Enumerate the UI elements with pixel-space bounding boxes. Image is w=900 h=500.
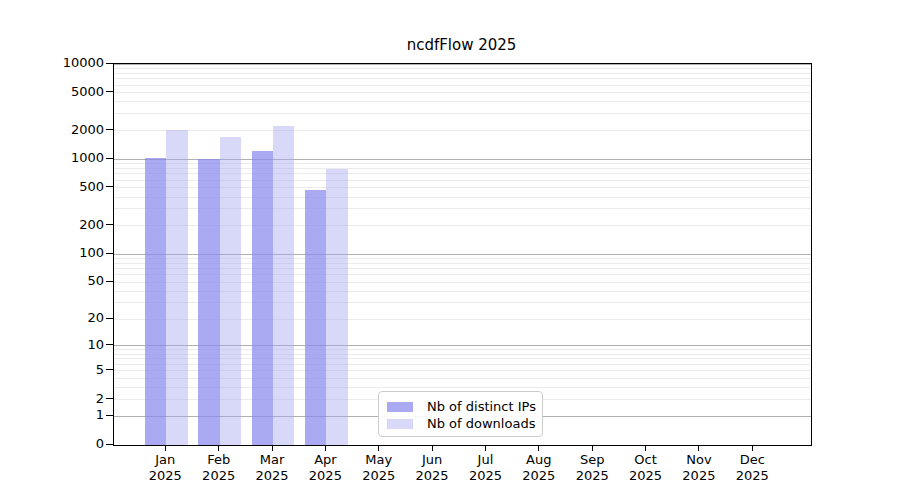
- legend: Nb of distinct IPs Nb of downloads: [378, 391, 543, 437]
- x-tick-mark: [645, 445, 646, 451]
- x-tick-mark: [485, 445, 486, 451]
- gridline-minor: [114, 68, 811, 69]
- y-tick-label: 5000: [18, 84, 104, 100]
- y-tick-mark: [106, 281, 113, 282]
- y-tick-label: 100: [18, 245, 104, 261]
- y-tick-label: 1: [18, 407, 104, 423]
- gridline-minor: [114, 113, 811, 114]
- y-tick-label: 2: [18, 391, 104, 407]
- y-tick-mark: [106, 398, 113, 399]
- plot-area: [113, 63, 812, 446]
- legend-swatch-distinct-ips: [387, 402, 413, 412]
- x-tick-mark: [432, 445, 433, 451]
- y-tick-label: 2000: [18, 122, 104, 138]
- gridline-minor: [114, 130, 811, 131]
- y-tick-mark: [106, 415, 113, 416]
- y-tick-mark: [106, 224, 113, 225]
- bar-jan-distinct-ips: [145, 158, 166, 445]
- bar-apr-distinct-ips: [305, 190, 326, 445]
- y-tick-mark: [106, 158, 113, 159]
- x-tick-label: Dec 2025: [712, 452, 792, 484]
- y-tick-mark: [106, 444, 113, 445]
- y-tick-mark: [106, 186, 113, 187]
- y-tick-label: 20: [18, 310, 104, 326]
- legend-swatch-downloads: [387, 419, 413, 429]
- x-tick-mark: [698, 445, 699, 451]
- gridline-major: [114, 64, 811, 65]
- x-tick-mark: [272, 445, 273, 451]
- bar-mar-downloads: [273, 126, 294, 445]
- legend-label-downloads: Nb of downloads: [427, 415, 535, 432]
- bar-jan-downloads: [166, 130, 187, 445]
- bar-apr-downloads: [326, 169, 347, 445]
- y-tick-mark: [106, 344, 113, 345]
- y-tick-mark: [106, 253, 113, 254]
- chart-figure: ncdfFlow 2025 10000500020001000500200100…: [0, 0, 900, 500]
- gridline-minor: [114, 92, 811, 93]
- bar-mar-distinct-ips: [252, 151, 273, 445]
- y-tick-label: 1000: [18, 150, 104, 166]
- y-tick-label: 500: [18, 179, 104, 195]
- bar-feb-downloads: [220, 137, 241, 445]
- x-tick-mark: [378, 445, 379, 451]
- y-tick-label: 10: [18, 337, 104, 353]
- legend-label-distinct-ips: Nb of distinct IPs: [427, 398, 536, 415]
- y-tick-mark: [106, 369, 113, 370]
- gridline-minor: [114, 101, 811, 102]
- y-tick-mark: [106, 91, 113, 92]
- gridline-minor: [114, 85, 811, 86]
- legend-item-distinct-ips: Nb of distinct IPs: [387, 398, 534, 415]
- chart-title: ncdfFlow 2025: [113, 36, 810, 54]
- y-tick-mark: [106, 318, 113, 319]
- x-tick-mark: [592, 445, 593, 451]
- bar-feb-distinct-ips: [198, 159, 219, 445]
- y-tick-label: 10000: [18, 55, 104, 71]
- y-tick-label: 200: [18, 217, 104, 233]
- legend-item-downloads: Nb of downloads: [387, 415, 534, 432]
- y-tick-label: 50: [18, 273, 104, 289]
- y-tick-mark: [106, 63, 113, 64]
- x-tick-mark: [752, 445, 753, 451]
- gridline-minor: [114, 78, 811, 79]
- x-tick-mark: [218, 445, 219, 451]
- x-tick-mark: [538, 445, 539, 451]
- gridline-minor: [114, 73, 811, 74]
- x-tick-mark: [325, 445, 326, 451]
- y-tick-mark: [106, 129, 113, 130]
- y-tick-label: 5: [18, 362, 104, 378]
- x-tick-mark: [165, 445, 166, 451]
- y-tick-label: 0: [18, 436, 104, 452]
